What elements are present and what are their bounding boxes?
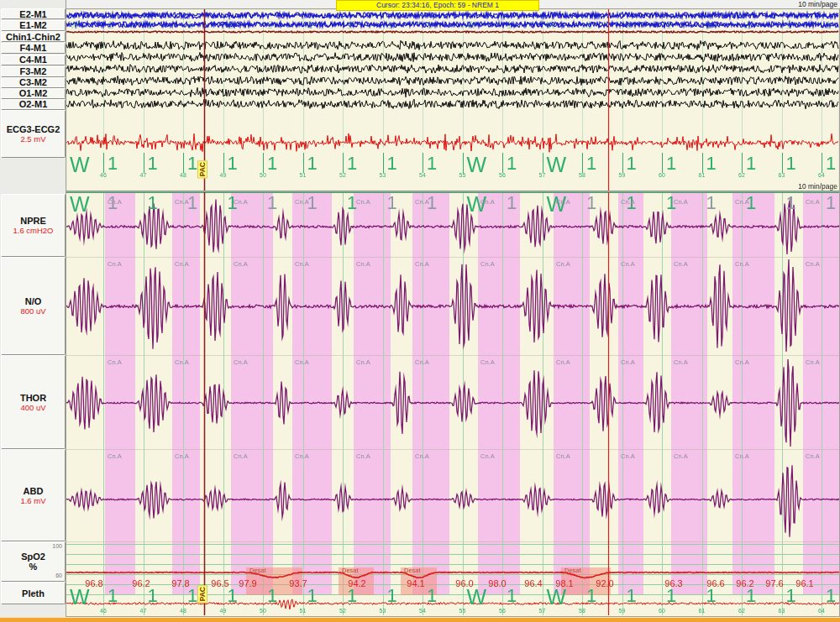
page-scale-label-top: 10 min/page [798, 1, 837, 8]
spo2-value: 96.3 [662, 579, 685, 588]
spo2-scale-bottom: 60 [55, 572, 62, 578]
bottom-stage-label: 1 [586, 587, 596, 605]
central-apnea-event-label: Cn.A [621, 261, 635, 268]
hypnogram-stage-label: 1 [427, 154, 437, 173]
hypnogram-stage-label: 1 [387, 154, 397, 173]
epoch-number-bottom: 62 [738, 608, 745, 614]
central-apnea-event-label: Cn.A [234, 453, 248, 460]
central-apnea-event-label: Cn.A [108, 359, 122, 366]
channel-sensitivity: 400 uV [20, 403, 45, 412]
epoch-number-top: 62 [738, 172, 745, 178]
channel-box-chin1-chin2[interactable]: Chin1-Chin2 [1, 31, 66, 42]
hypnogram-stage-label: 1 [108, 154, 118, 173]
central-apnea-event-label: Cn.A [356, 359, 370, 366]
ghost-stage-label: 1 [148, 20, 154, 30]
eeg-ecg-chart-panel[interactable] [66, 8, 840, 191]
epoch-number-bottom: 56 [499, 608, 506, 614]
ghost-stage-label: 1 [347, 20, 353, 30]
central-apnea-event-label: Cn.A [295, 359, 309, 366]
central-apnea-event-label: Cn.A [175, 261, 189, 268]
respiratory-chart-panel[interactable] [66, 191, 840, 617]
spo2-value: 93.7 [286, 579, 310, 588]
central-apnea-event-label: Cn.A [356, 199, 370, 206]
epoch-number-top: 59 [619, 172, 626, 178]
hypnogram-stage-label: 1 [746, 154, 756, 173]
central-apnea-event-label: Cn.A [621, 453, 635, 460]
bottom-stage-label: 1 [627, 587, 637, 605]
channel-label: Chin1-Chin2 [6, 32, 60, 42]
spo2-value: 96.0 [453, 579, 476, 588]
desat-event-label: Desat [564, 567, 581, 574]
ghost-stage-label: 1 [108, 20, 113, 30]
epoch-number-bottom: 48 [180, 608, 186, 614]
bottom-stage-label: 1 [267, 587, 277, 605]
central-apnea-event-label: Cn.A [806, 261, 820, 268]
channel-label: C3-M2 [19, 77, 47, 87]
bottom-scrollbar-strip[interactable] [0, 617, 840, 622]
central-apnea-event-label: Cn.A [556, 199, 570, 206]
bottom-stage-label: 1 [148, 587, 158, 605]
lower-stage-label: 1 [267, 194, 277, 212]
channel-box-thor[interactable]: THOR400 uV [1, 355, 66, 449]
central-apnea-event-label: Cn.A [415, 453, 429, 460]
spo2-value: 97.9 [236, 579, 260, 588]
lower-stage-label: 1 [586, 194, 596, 212]
hypnogram-stage-label: 1 [666, 154, 676, 173]
bottom-stage-label: 1 [786, 587, 796, 605]
epoch-number-bottom: 53 [380, 608, 386, 614]
channel-box-spo2[interactable]: SpO2%10060 [1, 541, 66, 582]
central-apnea-event-label: Cn.A [556, 261, 570, 268]
bottom-stage-label: 1 [228, 587, 238, 605]
epoch-number-top: 64 [818, 172, 825, 178]
epoch-number-top: 61 [699, 172, 706, 178]
central-apnea-event-label: Cn.A [356, 261, 370, 268]
epoch-number-bottom: 57 [539, 608, 546, 614]
central-apnea-event-label: Cn.A [621, 199, 635, 206]
channel-box-o1-m2[interactable]: O1-M2 [1, 88, 66, 99]
central-apnea-event-label: Cn.A [674, 261, 688, 268]
channel-box-c3-m2[interactable]: C3-M2 [1, 77, 66, 88]
spo2-value: 98.0 [486, 579, 509, 588]
channel-box-o2-m1[interactable]: O2-M1 [1, 99, 66, 110]
channel-box-pleth[interactable]: Pleth [1, 582, 66, 604]
channel-box-c4-m1[interactable]: C4-M1 [1, 55, 66, 65]
channel-box-abd[interactable]: ABD1.6 mV [1, 449, 66, 541]
ghost-stage-label: 1 [228, 20, 234, 30]
central-apnea-event-label: Cn.A [175, 359, 189, 366]
epoch-number-top: 51 [300, 172, 307, 178]
central-apnea-event-label: Cn.A [108, 199, 122, 206]
central-apnea-event-label: Cn.A [108, 453, 122, 460]
channel-box-e1-m2[interactable]: E1-M2 [1, 20, 66, 31]
channel-box-f3-m2[interactable]: F3-M2 [1, 66, 66, 77]
channel-label: O1-M2 [19, 88, 48, 98]
central-apnea-event-label: Cn.A [175, 453, 189, 460]
channel-box-no[interactable]: N/O800 uV [1, 257, 66, 355]
central-apnea-event-label: Cn.A [234, 199, 248, 206]
epoch-number-top: 58 [579, 172, 585, 178]
epoch-number-bottom: 60 [659, 608, 665, 614]
ghost-stage-label: 1 [187, 20, 193, 30]
channel-sensitivity: 800 uV [20, 306, 45, 316]
channel-box-f4-m1[interactable]: F4-M1 [1, 43, 66, 54]
spo2-scale-top: 100 [52, 543, 62, 549]
central-apnea-event-label: Cn.A [556, 359, 570, 366]
central-apnea-event-label: Cn.A [674, 199, 688, 206]
channel-box-e2-m1[interactable]: E2-M1 [1, 8, 66, 19]
epoch-number-top: 53 [380, 172, 386, 178]
channel-label: Pleth [22, 588, 45, 598]
central-apnea-event-label: Cn.A [295, 261, 309, 268]
spo2-percent-label: % [29, 562, 38, 572]
hypnogram-stage-label: W [467, 154, 487, 175]
channel-box-ecg[interactable]: ECG3-ECG22.5 mV [1, 110, 66, 158]
ghost-stage-label: 1 [786, 20, 792, 30]
hypnogram-stage-label: 1 [507, 154, 517, 173]
channel-label: F4-M1 [20, 43, 47, 53]
epoch-number-bottom: 51 [300, 608, 307, 614]
channel-box-npre[interactable]: NPRE1.6 cmH2O [1, 194, 66, 257]
central-apnea-event-label: Cn.A [735, 359, 749, 366]
channel-label: E1-M2 [19, 20, 46, 30]
central-apnea-event-label: Cn.A [295, 199, 309, 206]
central-apnea-event-label: Cn.A [480, 199, 495, 206]
epoch-number-top: 57 [539, 172, 546, 178]
pac-event-label: PAC [197, 160, 207, 178]
